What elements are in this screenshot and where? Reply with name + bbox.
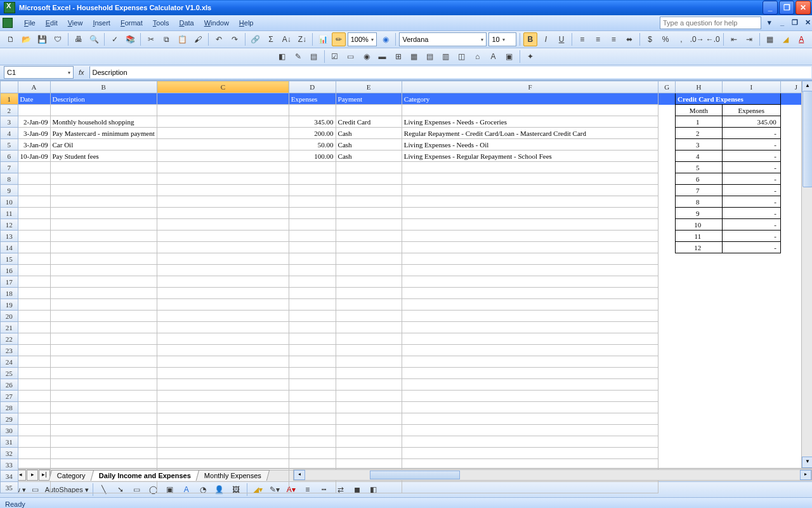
cell[interactable] bbox=[402, 208, 658, 219]
cell[interactable] bbox=[658, 345, 676, 356]
cell[interactable]: Living Expenses - Regular Repayment - Sc… bbox=[402, 150, 658, 162]
tool-icon[interactable]: ◫ bbox=[455, 50, 469, 64]
menu-data[interactable]: Data bbox=[174, 18, 199, 28]
cell[interactable] bbox=[18, 105, 50, 116]
tool-icon[interactable]: ☑ bbox=[328, 50, 342, 64]
decrease-decimal-icon[interactable]: ←.0 bbox=[706, 32, 720, 46]
save-icon[interactable]: 💾 bbox=[35, 32, 49, 46]
cell[interactable] bbox=[722, 253, 780, 265]
cell[interactable] bbox=[157, 482, 289, 493]
cell[interactable] bbox=[50, 402, 157, 413]
cell[interactable] bbox=[722, 345, 780, 356]
cell[interactable] bbox=[18, 391, 50, 402]
cell[interactable] bbox=[50, 162, 157, 173]
cell[interactable] bbox=[50, 425, 157, 436]
cell[interactable] bbox=[50, 208, 157, 219]
doc-restore-button[interactable]: ❐ bbox=[790, 18, 799, 27]
cell[interactable] bbox=[336, 413, 402, 425]
cell[interactable]: Expenses bbox=[289, 93, 336, 105]
cell[interactable]: Pay Student fees bbox=[50, 150, 157, 162]
cell[interactable] bbox=[18, 219, 50, 231]
cell[interactable] bbox=[676, 265, 723, 276]
row-header[interactable]: 17 bbox=[1, 276, 18, 288]
horizontal-scrollbar[interactable]: ◂ ▸ bbox=[293, 469, 812, 481]
help-dropdown-icon[interactable]: ▾ bbox=[765, 18, 774, 27]
sort-asc-icon[interactable]: A↓ bbox=[280, 32, 294, 46]
cell[interactable] bbox=[722, 379, 780, 391]
cell[interactable] bbox=[157, 196, 289, 208]
cell[interactable]: 3 bbox=[676, 139, 723, 150]
col-header-B[interactable]: B bbox=[50, 81, 157, 93]
cell[interactable] bbox=[18, 276, 50, 288]
cell[interactable] bbox=[402, 356, 658, 368]
borders-icon[interactable]: ▦ bbox=[763, 32, 777, 46]
cell[interactable]: 50.00 bbox=[289, 139, 336, 150]
col-header-I[interactable]: I bbox=[722, 81, 780, 93]
cell[interactable] bbox=[336, 368, 402, 379]
cell[interactable] bbox=[402, 448, 658, 459]
cell[interactable] bbox=[676, 333, 723, 345]
cell[interactable] bbox=[402, 333, 658, 345]
col-header-D[interactable]: D bbox=[289, 81, 336, 93]
cell[interactable] bbox=[50, 185, 157, 196]
increase-decimal-icon[interactable]: .0→ bbox=[690, 32, 704, 46]
cell[interactable] bbox=[722, 265, 780, 276]
cell[interactable]: Living Expenses - Needs - Oil bbox=[402, 139, 658, 150]
cell[interactable] bbox=[658, 402, 676, 413]
maximize-button[interactable]: ❐ bbox=[779, 1, 794, 15]
cell[interactable] bbox=[658, 173, 676, 185]
row-header[interactable]: 12 bbox=[1, 219, 18, 231]
cell[interactable] bbox=[658, 150, 676, 162]
cell[interactable] bbox=[157, 425, 289, 436]
cell[interactable] bbox=[18, 413, 50, 425]
row-header[interactable]: 7 bbox=[1, 162, 18, 173]
close-button[interactable]: ✕ bbox=[796, 1, 811, 15]
cell[interactable]: 5 bbox=[676, 162, 723, 173]
col-header-E[interactable]: E bbox=[336, 81, 402, 93]
cell[interactable] bbox=[157, 288, 289, 299]
menu-window[interactable]: Window bbox=[199, 18, 234, 28]
cell[interactable] bbox=[336, 288, 402, 299]
cell[interactable] bbox=[289, 299, 336, 311]
cell[interactable] bbox=[402, 402, 658, 413]
cell[interactable]: 11 bbox=[676, 231, 723, 242]
cell[interactable] bbox=[157, 322, 289, 333]
cell[interactable] bbox=[157, 231, 289, 242]
row-header[interactable]: 35 bbox=[1, 482, 18, 493]
cell[interactable] bbox=[50, 322, 157, 333]
cell[interactable] bbox=[658, 288, 676, 299]
cell[interactable] bbox=[18, 322, 50, 333]
cell[interactable] bbox=[50, 413, 157, 425]
drawing-toggle-icon[interactable]: ✏ bbox=[332, 32, 346, 46]
format-painter-icon[interactable]: 🖌 bbox=[192, 32, 206, 46]
cell[interactable] bbox=[18, 345, 50, 356]
cell[interactable] bbox=[289, 345, 336, 356]
open-icon[interactable]: 📂 bbox=[20, 32, 34, 46]
cell[interactable]: Car Oil bbox=[50, 139, 157, 150]
cell[interactable] bbox=[658, 116, 676, 128]
cell[interactable] bbox=[336, 185, 402, 196]
cell[interactable] bbox=[18, 265, 50, 276]
cell[interactable] bbox=[289, 219, 336, 231]
cell[interactable]: - bbox=[722, 208, 780, 219]
cell[interactable]: 10-Jan-09 bbox=[18, 150, 50, 162]
underline-button[interactable]: U bbox=[554, 32, 568, 46]
redo-icon[interactable]: ↷ bbox=[228, 32, 242, 46]
chart-wizard-icon[interactable]: 📊 bbox=[316, 32, 330, 46]
cell[interactable] bbox=[289, 288, 336, 299]
permission-icon[interactable]: 🛡 bbox=[51, 32, 65, 46]
cell[interactable] bbox=[336, 231, 402, 242]
cell[interactable] bbox=[658, 105, 676, 116]
cell[interactable] bbox=[676, 311, 723, 322]
cell[interactable] bbox=[676, 253, 723, 265]
cell[interactable] bbox=[722, 436, 780, 448]
hyperlink-icon[interactable]: 🔗 bbox=[249, 32, 263, 46]
cell[interactable]: Monthly household shopping bbox=[50, 116, 157, 128]
cell[interactable] bbox=[289, 425, 336, 436]
menu-file[interactable]: File bbox=[19, 18, 41, 28]
cell[interactable] bbox=[157, 173, 289, 185]
align-right-icon[interactable]: ≡ bbox=[606, 32, 620, 46]
cell[interactable] bbox=[658, 265, 676, 276]
cell[interactable] bbox=[289, 356, 336, 368]
cell[interactable] bbox=[658, 276, 676, 288]
